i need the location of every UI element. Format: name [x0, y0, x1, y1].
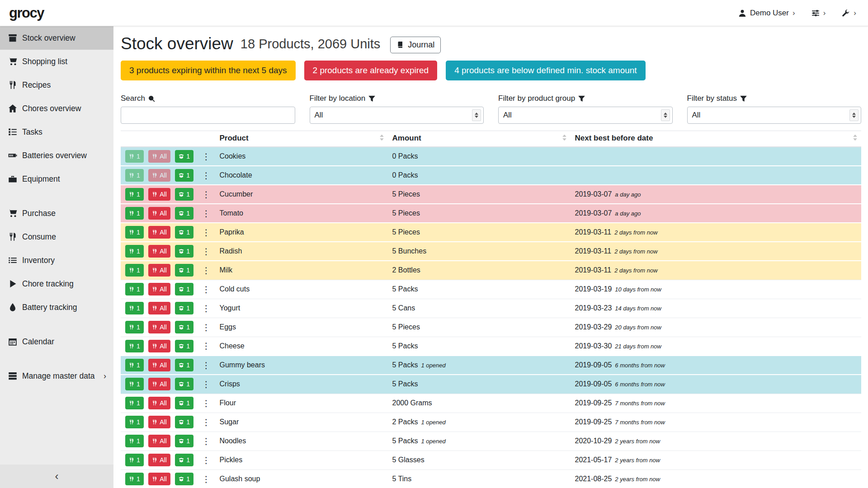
- below-min-stock-alert[interactable]: 4 products are below defined min. stock …: [446, 61, 645, 80]
- journal-button[interactable]: Journal: [390, 37, 441, 53]
- open-one-button[interactable]: 1: [175, 207, 193, 220]
- open-one-button[interactable]: 1: [175, 283, 193, 296]
- bbd-column-header[interactable]: Next best before date: [571, 131, 861, 147]
- consume-all-button[interactable]: All: [148, 378, 170, 390]
- consume-one-button[interactable]: 1: [125, 207, 144, 220]
- consume-one-button[interactable]: 1: [125, 340, 144, 352]
- open-one-button[interactable]: 1: [175, 169, 193, 182]
- sidebar-item-chore-tracking[interactable]: Chore tracking: [0, 272, 113, 296]
- row-menu-button[interactable]: ⋮: [202, 418, 211, 427]
- row-menu-button[interactable]: ⋮: [202, 209, 211, 218]
- sidebar-item-batteries-overview[interactable]: Batteries overview: [0, 144, 113, 167]
- consume-one-button[interactable]: 1: [125, 245, 144, 258]
- consume-all-button[interactable]: All: [148, 321, 170, 333]
- consume-one-button[interactable]: 1: [125, 283, 144, 296]
- sidebar-item-chores-overview[interactable]: Chores overview: [0, 97, 113, 120]
- location-filter-select[interactable]: All: [310, 107, 484, 124]
- consume-one-button[interactable]: 1: [125, 473, 144, 485]
- consume-all-button[interactable]: All: [148, 188, 170, 201]
- row-menu-button[interactable]: ⋮: [202, 475, 211, 483]
- sidebar-item-battery-tracking[interactable]: Battery tracking: [0, 296, 113, 319]
- status-filter-select[interactable]: All: [687, 107, 862, 124]
- consume-one-button[interactable]: 1: [125, 226, 144, 239]
- sidebar-collapse-button[interactable]: ‹: [0, 465, 113, 488]
- consume-one-button[interactable]: 1: [125, 188, 144, 201]
- consume-all-button[interactable]: All: [148, 435, 170, 447]
- row-menu-button[interactable]: ⋮: [202, 380, 211, 389]
- consume-all-button[interactable]: All: [148, 302, 170, 314]
- row-menu-button[interactable]: ⋮: [202, 285, 211, 294]
- expiring-products-alert[interactable]: 3 products expiring within the next 5 da…: [121, 61, 296, 80]
- consume-one-button[interactable]: 1: [125, 416, 144, 428]
- consume-all-button[interactable]: All: [148, 150, 170, 163]
- open-one-button[interactable]: 1: [175, 245, 193, 258]
- row-menu-button[interactable]: ⋮: [202, 171, 211, 180]
- expired-products-alert[interactable]: 2 products are already expired: [304, 61, 438, 80]
- open-one-button[interactable]: 1: [175, 416, 193, 428]
- row-menu-button[interactable]: ⋮: [202, 247, 211, 256]
- sidebar-item-equipment[interactable]: Equipment: [0, 167, 113, 191]
- sidebar-item-shopping-list[interactable]: Shopping list: [0, 50, 113, 73]
- open-one-button[interactable]: 1: [175, 188, 193, 201]
- open-one-button[interactable]: 1: [175, 150, 193, 163]
- consume-all-button[interactable]: All: [148, 226, 170, 239]
- open-one-button[interactable]: 1: [175, 454, 193, 466]
- sidebar-item-consume[interactable]: Consume: [0, 225, 113, 249]
- consume-all-button[interactable]: All: [148, 207, 170, 220]
- row-menu-button[interactable]: ⋮: [202, 266, 211, 275]
- open-one-button[interactable]: 1: [175, 340, 193, 352]
- consume-one-button[interactable]: 1: [125, 378, 144, 390]
- open-one-button[interactable]: 1: [175, 397, 193, 409]
- sidebar-item-inventory[interactable]: Inventory: [0, 249, 113, 272]
- row-menu-button[interactable]: ⋮: [202, 323, 211, 332]
- consume-all-button[interactable]: All: [148, 169, 170, 182]
- stock-settings-menu-button[interactable]: ›: [811, 9, 826, 17]
- consume-all-button[interactable]: All: [148, 454, 170, 466]
- sidebar-item-manage-master-data[interactable]: Manage master data ›: [0, 364, 113, 388]
- amount-column-header[interactable]: Amount: [388, 131, 571, 147]
- search-input[interactable]: [121, 107, 295, 124]
- sidebar-item-tasks[interactable]: Tasks: [0, 120, 113, 144]
- consume-one-button[interactable]: 1: [125, 169, 144, 182]
- consume-one-button[interactable]: 1: [125, 397, 144, 409]
- product-column-header[interactable]: Product: [215, 131, 388, 147]
- admin-settings-menu-button[interactable]: ›: [842, 9, 856, 17]
- consume-all-button[interactable]: All: [148, 264, 170, 277]
- consume-all-button[interactable]: All: [148, 473, 170, 485]
- open-one-button[interactable]: 1: [175, 435, 193, 447]
- open-one-button[interactable]: 1: [175, 473, 193, 485]
- open-one-button[interactable]: 1: [175, 302, 193, 314]
- row-menu-button[interactable]: ⋮: [202, 456, 211, 465]
- sidebar-item-recipes[interactable]: Recipes: [0, 73, 113, 97]
- row-menu-button[interactable]: ⋮: [202, 437, 211, 446]
- product-group-filter-select[interactable]: All: [498, 107, 673, 124]
- row-menu-button[interactable]: ⋮: [202, 152, 211, 161]
- consume-all-button[interactable]: All: [148, 245, 170, 258]
- consume-all-button[interactable]: All: [148, 283, 170, 296]
- open-one-button[interactable]: 1: [175, 226, 193, 239]
- open-one-button[interactable]: 1: [175, 378, 193, 390]
- open-one-button[interactable]: 1: [175, 359, 193, 371]
- consume-all-button[interactable]: All: [148, 416, 170, 428]
- consume-one-button[interactable]: 1: [125, 359, 144, 371]
- row-menu-button[interactable]: ⋮: [202, 361, 211, 370]
- sidebar-item-purchase[interactable]: Purchase: [0, 202, 113, 225]
- sidebar-item-stock-overview[interactable]: Stock overview: [0, 26, 113, 50]
- user-menu-button[interactable]: Demo User ›: [738, 9, 795, 18]
- consume-one-button[interactable]: 1: [125, 435, 144, 447]
- row-menu-button[interactable]: ⋮: [202, 190, 211, 199]
- consume-one-button[interactable]: 1: [125, 454, 144, 466]
- row-menu-button[interactable]: ⋮: [202, 228, 211, 237]
- consume-one-button[interactable]: 1: [125, 321, 144, 333]
- consume-all-button[interactable]: All: [148, 397, 170, 409]
- open-one-button[interactable]: 1: [175, 264, 193, 277]
- row-menu-button[interactable]: ⋮: [202, 399, 211, 408]
- consume-all-button[interactable]: All: [148, 359, 170, 371]
- row-menu-button[interactable]: ⋮: [202, 304, 211, 313]
- consume-one-button[interactable]: 1: [125, 150, 144, 163]
- row-menu-button[interactable]: ⋮: [202, 342, 211, 350]
- sidebar-item-calendar[interactable]: Calendar: [0, 330, 113, 353]
- consume-one-button[interactable]: 1: [125, 264, 144, 277]
- consume-one-button[interactable]: 1: [125, 302, 144, 314]
- open-one-button[interactable]: 1: [175, 321, 193, 333]
